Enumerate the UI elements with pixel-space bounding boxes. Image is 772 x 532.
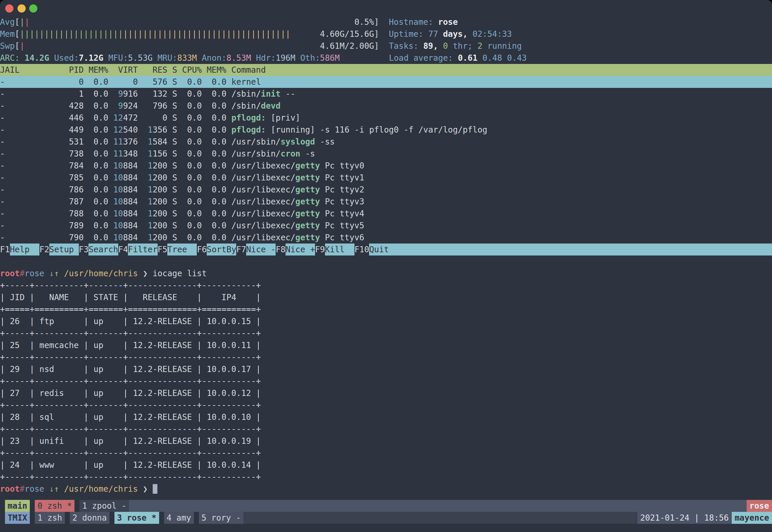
fkey-f4[interactable]: F4 xyxy=(118,244,128,255)
tmux-datetime: 2021-01-24 | 18:56 xyxy=(637,512,732,524)
iocage-table-line: +-----+----------+-------+--------------… xyxy=(0,423,772,435)
tmux-session-name[interactable]: main xyxy=(5,500,30,512)
shell-prompt-with-command: root#rose ↓↑ /usr/home/chris ❯ iocage li… xyxy=(0,267,772,279)
fkey-f9-label[interactable]: Kill xyxy=(325,244,354,255)
fkey-bar-fill xyxy=(399,244,772,255)
htop-process-row[interactable]: - 788 0.0 10884 1200 S 0.0 0.0 /usr/libe… xyxy=(0,208,772,220)
close-button[interactable] xyxy=(5,4,13,13)
fkey-f10-label[interactable]: Quit xyxy=(369,244,399,255)
shell-prompt-current[interactable]: root#rose ↓↑ /usr/home/chris ❯ xyxy=(0,483,772,495)
htop-process-table: JAIL PID MEM% VIRT RES S CPU% MEM% Comma… xyxy=(0,64,772,244)
htop-process-row[interactable]: - 446 0.0 12472 0 S 0.0 0.0 pflogd: [pri… xyxy=(0,112,772,124)
htop-process-row[interactable]: - 784 0.0 10884 1200 S 0.0 0.0 /usr/libe… xyxy=(0,160,772,172)
fkey-f2[interactable]: F2 xyxy=(39,244,49,255)
fkey-f6[interactable]: F6 xyxy=(197,244,207,255)
iocage-table-line: +=====+==========+=======+==============… xyxy=(0,303,772,315)
tmux-label-chip: TMIX xyxy=(5,512,30,524)
iocage-table-line: | 28 | sql | up | 12.2-RELEASE | 10.0.0.… xyxy=(0,411,772,423)
fkey-f5[interactable]: F5 xyxy=(158,244,168,255)
fkey-f1-label[interactable]: Help xyxy=(10,244,39,255)
fkey-f2-label[interactable]: Setup xyxy=(49,244,79,255)
fkey-f7[interactable]: F7 xyxy=(236,244,246,255)
fkey-f3-label[interactable]: Search xyxy=(88,244,118,255)
iocage-table-line: | 27 | redis | up | 12.2-RELEASE | 10.0.… xyxy=(0,387,772,399)
iocage-table-line: +-----+----------+-------+--------------… xyxy=(0,447,772,459)
fkey-f6-label[interactable]: SortBy xyxy=(207,244,236,255)
tmux-pane-chip-1[interactable]: 1 zpool - xyxy=(79,500,129,512)
htop-process-row-selected[interactable]: - 0 0.0 0 576 S 0.0 0.0 kernel xyxy=(0,76,772,88)
iocage-table-line: | 26 | ftp | up | 12.2-RELEASE | 10.0.0.… xyxy=(0,315,772,327)
htop-process-row[interactable]: - 785 0.0 10884 1200 S 0.0 0.0 /usr/libe… xyxy=(0,172,772,184)
gap xyxy=(0,495,772,500)
tmux-user-chip: mayence xyxy=(732,512,772,524)
tmux-pane-chip-0[interactable]: 0 zsh * xyxy=(35,500,74,512)
htop-function-key-bar: F1Help F2Setup F3SearchF4FilterF5Tree F6… xyxy=(0,244,772,255)
terminal-cursor xyxy=(153,484,158,494)
htop-meter-avg: Avg[|| 0.5%] Hostname: rose xyxy=(0,16,772,28)
htop-process-row[interactable]: - 1 0.0 9916 132 S 0.0 0.0 /sbin/init -- xyxy=(0,88,772,100)
minimize-button[interactable] xyxy=(18,4,26,13)
fkey-f4-label[interactable]: Filter xyxy=(128,244,157,255)
iocage-table-line: | 25 | memcache | up | 12.2-RELEASE | 10… xyxy=(0,339,772,351)
zoom-button[interactable] xyxy=(29,4,37,13)
iocage-table-line: | 29 | nsd | up | 12.2-RELEASE | 10.0.0.… xyxy=(0,363,772,375)
tmux-bar1-fill xyxy=(129,500,746,512)
iocage-list-output: +-----+----------+-------+--------------… xyxy=(0,279,772,483)
htop-meter-swp: Swp[| 4.61M/2.00G] Tasks: 89, 0 thr; 2 r… xyxy=(0,40,772,52)
htop-arc-line: ARC: 14.2G Used:7.12G MFU:5.53G MRU:833M… xyxy=(0,52,772,64)
htop-process-row[interactable]: - 449 0.0 12540 1356 S 0.0 0.0 pflogd: [… xyxy=(0,124,772,136)
blank-line xyxy=(0,255,772,267)
tmux-window-chip-2[interactable]: 2 donna xyxy=(70,512,109,524)
htop-process-row[interactable]: - 787 0.0 10884 1200 S 0.0 0.0 /usr/libe… xyxy=(0,196,772,208)
window-titlebar xyxy=(0,0,772,16)
iocage-table-line: +-----+----------+-------+--------------… xyxy=(0,279,772,291)
htop-header-meters: Avg[|| 0.5%] Hostname: roseMem[|||||||||… xyxy=(0,16,772,64)
fkey-f7-label[interactable]: Nice - xyxy=(246,244,276,255)
tmux-hostname-chip: rose xyxy=(747,500,772,512)
tmux-window-chip-5[interactable]: 5 rory - xyxy=(199,512,244,524)
tmux-window-chip-4[interactable]: 4 amy xyxy=(164,512,194,524)
tmux-window-status-bar: TMIX1 zsh2 donna3 rose *4 amy5 rory -202… xyxy=(0,512,772,524)
fkey-f1[interactable]: F1 xyxy=(0,244,10,255)
terminal-window: Avg[|| 0.5%] Hostname: roseMem[|||||||||… xyxy=(0,0,772,532)
iocage-table-line: +-----+----------+-------+--------------… xyxy=(0,327,772,339)
htop-process-row[interactable]: - 738 0.0 11348 1156 S 0.0 0.0 /usr/sbin… xyxy=(0,148,772,160)
htop-meter-mem: Mem[||||||||||||||||||||||||||||||||||||… xyxy=(0,28,772,40)
htop-process-row[interactable]: - 786 0.0 10884 1200 S 0.0 0.0 /usr/libe… xyxy=(0,184,772,196)
iocage-table-line: | JID | NAME | STATE | RELEASE | IP4 | xyxy=(0,291,772,303)
tmux-bar2-fill xyxy=(244,512,637,524)
tmux-session-status-bar: main0 zsh *1 zpool -rose xyxy=(0,500,772,512)
htop-process-row[interactable]: - 790 0.0 10884 1200 S 0.0 0.0 /usr/libe… xyxy=(0,232,772,244)
fkey-f8-label[interactable]: Nice + xyxy=(286,244,315,255)
iocage-table-line: | 24 | www | up | 12.2-RELEASE | 10.0.0.… xyxy=(0,459,772,471)
tmux-window-chip-3[interactable]: 3 rose * xyxy=(114,512,159,524)
fkey-f10[interactable]: F10 xyxy=(354,244,369,255)
fkey-f3[interactable]: F3 xyxy=(79,244,89,255)
htop-process-row[interactable]: - 428 0.0 9924 796 S 0.0 0.0 /sbin/devd xyxy=(0,100,772,112)
iocage-table-line: +-----+----------+-------+--------------… xyxy=(0,399,772,411)
iocage-table-line: +-----+----------+-------+--------------… xyxy=(0,375,772,387)
iocage-table-line: +-----+----------+-------+--------------… xyxy=(0,351,772,363)
tmux-window-chip-1[interactable]: 1 zsh xyxy=(35,512,65,524)
htop-column-header[interactable]: JAIL PID MEM% VIRT RES S CPU% MEM% Comma… xyxy=(0,64,772,76)
iocage-table-line: +-----+----------+-------+--------------… xyxy=(0,471,772,483)
htop-process-row[interactable]: - 789 0.0 10884 1200 S 0.0 0.0 /usr/libe… xyxy=(0,220,772,232)
iocage-table-line: | 23 | unifi | up | 12.2-RELEASE | 10.0.… xyxy=(0,435,772,447)
fkey-f9[interactable]: F9 xyxy=(315,244,325,255)
htop-process-row[interactable]: - 531 0.0 11376 1584 S 0.0 0.0 /usr/sbin… xyxy=(0,136,772,148)
fkey-f5-label[interactable]: Tree xyxy=(167,244,197,255)
fkey-f8[interactable]: F8 xyxy=(276,244,286,255)
